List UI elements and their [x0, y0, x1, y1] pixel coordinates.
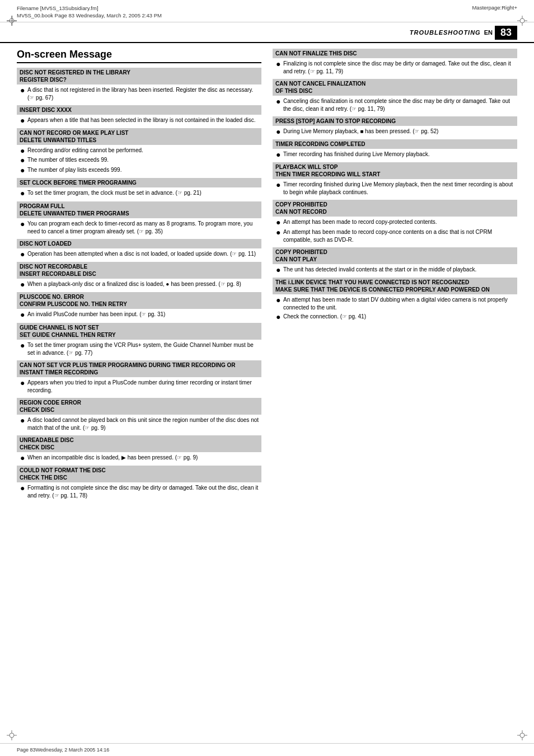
- left-column: On-screen Message DISC NOT REGISTERED IN…: [17, 49, 261, 504]
- msg-header-10: REGION CODE ERRORCHECK DISC: [17, 398, 261, 415]
- bullet-icon: ●: [276, 296, 282, 304]
- msg-body-10: ● A disc loaded cannot be played back on…: [17, 416, 261, 432]
- bullet-icon: ●: [276, 181, 282, 189]
- bullet-item: ● A disc loaded cannot be played back on…: [18, 416, 261, 432]
- msg-header-5: DISC NOT LOADED: [17, 239, 261, 248]
- bullet-text: To set the timer program using the VCR P…: [27, 341, 261, 357]
- bullet-text: During Live Memory playback, ■ has been …: [283, 128, 517, 135]
- msg-body-0: ● A disc that is not registered in the l…: [17, 86, 261, 102]
- bullet-icon: ●: [276, 128, 282, 136]
- bullet-icon: ●: [276, 228, 282, 237]
- msg-block-r4: PLAYBACK WILL STOPTHEN TIMER RECORDING W…: [273, 162, 517, 196]
- bullet-text: To set the timer program, the clock must…: [27, 189, 261, 197]
- bullet-text: A disc loaded cannot be played back on t…: [27, 416, 261, 432]
- msg-block-9: CAN NOT SET VCR PLUS TIMER PROGRAMING DU…: [17, 360, 261, 395]
- bullet-icon: ●: [20, 116, 26, 125]
- bullet-item: ● To set the timer program using the VCR…: [18, 341, 261, 357]
- bullet-icon: ●: [276, 218, 282, 227]
- bullet-icon: ●: [20, 341, 26, 350]
- msg-body-r0: ● Finalizing is not complete since the d…: [273, 60, 517, 76]
- msg-header-r6: COPY PROHIBITEDCAN NOT PLAY: [273, 247, 517, 264]
- bullet-item: ● The number of titles exceeds 99.: [18, 156, 261, 165]
- corner-bl: [7, 730, 17, 740]
- bullet-icon: ●: [20, 379, 26, 387]
- bullet-icon: ●: [20, 166, 26, 175]
- msg-body-11: ● When an incompatible disc is loaded, ▶…: [17, 454, 261, 462]
- header-right: Masterpage:Right+: [472, 4, 517, 11]
- bullet-text: Recording and/or editing cannot be perfo…: [27, 147, 261, 154]
- section-header-bar: TROUBLESHOOTING EN 83: [0, 22, 534, 43]
- svg-point-5: [520, 18, 524, 23]
- bullet-item: ● An attempt has been made to record cop…: [274, 228, 517, 244]
- page-section-title: On-screen Message: [17, 49, 261, 63]
- msg-block-r0: CAN NOT FINALIZE THIS DISC ● Finalizing …: [273, 49, 517, 76]
- msg-header-r7: THE i.LINK DEVICE THAT YOU HAVE CONNECTE…: [273, 278, 517, 294]
- msg-header-6: DISC NOT RECORDABLEINSERT RECORDABLE DIS…: [17, 262, 261, 279]
- msg-header-12: COULD NOT FORMAT THE DISCCHECK THE DISC: [17, 466, 261, 482]
- page-footer: Page 83Wednesday, 2 March 2005 14:16: [0, 743, 534, 756]
- bullet-item: ● When a playback-only disc or a finaliz…: [18, 280, 261, 289]
- bullet-icon: ●: [20, 156, 26, 165]
- corner-tl: [7, 16, 17, 26]
- right-column: CAN NOT FINALIZE THIS DISC ● Finalizing …: [273, 49, 517, 504]
- msg-header-11: UNREADABLE DISCCHECK DISC: [17, 435, 261, 452]
- bullet-icon: ●: [276, 60, 282, 68]
- footer-text: Page 83Wednesday, 2 March 2005 14:16: [17, 747, 109, 753]
- bullet-item: ● Timer recording has finished during Li…: [274, 151, 517, 159]
- bullet-item: ● Formatting is not complete since the d…: [18, 484, 261, 500]
- corner-br-icon: [517, 730, 527, 740]
- bullet-text: When an incompatible disc is loaded, ▶ h…: [27, 454, 261, 462]
- bullet-item: ● A disc that is not registered in the l…: [18, 86, 261, 102]
- bullet-item: ● Operation has been attempted when a di…: [18, 250, 261, 259]
- en-label: EN: [484, 29, 493, 36]
- msg-header-2: CAN NOT RECORD OR MAKE PLAY LISTDELETE U…: [17, 128, 261, 145]
- msg-body-r3: ● Timer recording has finished during Li…: [273, 151, 517, 159]
- bullet-text: The number of titles exceeds 99.: [27, 156, 261, 164]
- corner-bl-icon: [7, 730, 17, 740]
- msg-body-1: ● Appears when a title that has been sel…: [17, 116, 261, 125]
- bullet-text: Appears when a title that has been selec…: [27, 116, 261, 124]
- bullet-text: Operation has been attempted when a disc…: [27, 250, 261, 258]
- bullet-text: The number of play lists exceeds 999.: [27, 166, 261, 174]
- msg-block-5: DISC NOT LOADED ● Operation has been att…: [17, 239, 261, 259]
- msg-header-0: DISC NOT REGISTERED IN THE LIBRARYREGIST…: [17, 68, 261, 84]
- msg-body-r7: ● An attempt has been made to start DV d…: [273, 296, 517, 321]
- bullet-text: An attempt has been made to record copy-…: [283, 228, 517, 244]
- bullet-item: ● To set the timer program, the clock mu…: [18, 189, 261, 198]
- bullet-text: Timer recording has finished during Live…: [283, 151, 517, 158]
- msg-header-8: GUIDE CHANNEL IS NOT SETSET GUIDE CHANNE…: [17, 323, 261, 340]
- bullet-icon: ●: [20, 280, 26, 289]
- bullet-icon: ●: [20, 250, 26, 259]
- book-ref-line: MV5S_00.book Page 83 Wednesday, March 2,…: [17, 12, 162, 19]
- msg-block-r1: CAN NOT CANCEL FINALIZATIONOF THIS DISC …: [273, 79, 517, 113]
- msg-body-3: ● To set the timer program, the clock mu…: [17, 189, 261, 198]
- msg-header-r1: CAN NOT CANCEL FINALIZATIONOF THIS DISC: [273, 79, 517, 96]
- msg-header-r4: PLAYBACK WILL STOPTHEN TIMER RECORDING W…: [273, 162, 517, 179]
- msg-header-1: INSERT DISC XXXX: [17, 105, 261, 115]
- msg-header-r2: PRESS [STOP] AGAIN TO STOP RECORDING: [273, 116, 517, 126]
- main-content: On-screen Message DISC NOT REGISTERED IN…: [0, 43, 534, 509]
- msg-body-12: ● Formatting is not complete since the d…: [17, 484, 261, 500]
- bullet-text: Formatting is not complete since the dis…: [27, 484, 261, 500]
- left-blocks: DISC NOT REGISTERED IN THE LIBRARYREGIST…: [17, 68, 261, 500]
- bullet-icon: ●: [276, 313, 282, 321]
- bullet-icon: ●: [20, 484, 26, 492]
- msg-body-4: ● You can program each deck to timer-rec…: [17, 220, 261, 236]
- bullet-icon: ●: [20, 311, 26, 319]
- bullet-item: ● The number of play lists exceeds 999.: [18, 166, 261, 175]
- header-left: Filename [MV5S_13Subsidiary.fm] MV5S_00.…: [17, 4, 162, 20]
- msg-block-7: PLUSCODE NO. ERRORCONFIRM PLUSCODE NO. T…: [17, 292, 261, 319]
- bullet-text: An attempt has been made to start DV dub…: [283, 296, 517, 312]
- msg-block-10: REGION CODE ERRORCHECK DISC ● A disc loa…: [17, 398, 261, 432]
- section-title: TROUBLESHOOTING: [410, 29, 481, 36]
- msg-body-9: ● Appears when you tried to input a Plus…: [17, 379, 261, 395]
- top-header: Filename [MV5S_13Subsidiary.fm] MV5S_00.…: [0, 0, 534, 22]
- msg-body-8: ● To set the timer program using the VCR…: [17, 341, 261, 357]
- msg-body-r5: ● An attempt has been made to record cop…: [273, 218, 517, 243]
- bullet-text: When a playback-only disc or a finalized…: [27, 280, 261, 288]
- svg-point-8: [10, 733, 14, 738]
- msg-block-3: SET CLOCK BEFORE TIMER PROGRAMING ● To s…: [17, 178, 261, 198]
- bullet-icon: ●: [20, 86, 26, 95]
- corner-tr: [517, 16, 527, 26]
- bullet-item: ● Timer recording finished during Live M…: [274, 181, 517, 196]
